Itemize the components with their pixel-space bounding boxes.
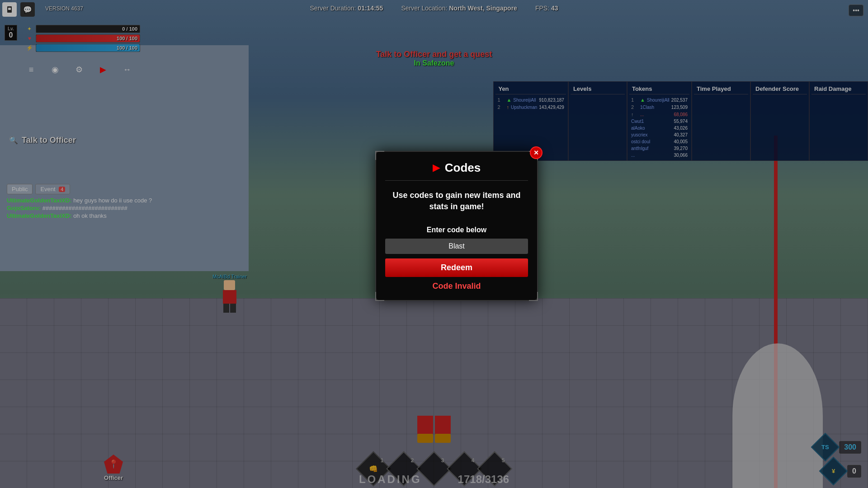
corner-tl [375, 151, 384, 160]
modal-close-button[interactable]: ✕ [530, 146, 542, 159]
code-invalid-message: Code Invalid [385, 282, 528, 291]
code-input-field[interactable] [385, 239, 528, 254]
youtube-icon: ▶ [433, 162, 440, 174]
modal-overlay: ✕ ▶ Codes Use codes to gain new items an… [0, 0, 868, 488]
corner-br [529, 292, 538, 301]
modal-title-row: ▶ Codes [385, 161, 528, 181]
corner-bl [375, 292, 384, 301]
codes-modal: ✕ ▶ Codes Use codes to gain new items an… [375, 151, 538, 301]
modal-description: Use codes to gain new items and stats in… [385, 190, 528, 212]
modal-title: Codes [445, 161, 481, 175]
redeem-button[interactable]: Redeem [385, 258, 528, 277]
enter-code-label: Enter code below [385, 226, 528, 234]
